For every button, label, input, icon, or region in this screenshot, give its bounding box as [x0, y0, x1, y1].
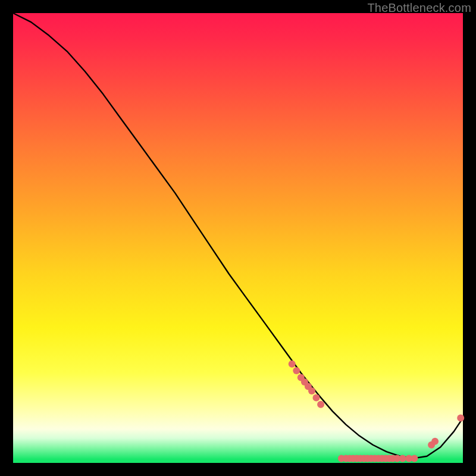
chart-stage: TheBottleneck.com [0, 0, 476, 476]
data-point [431, 438, 439, 445]
curve-layer [13, 13, 463, 463]
data-point [411, 455, 418, 462]
bottleneck-curve-path [13, 13, 463, 458]
data-point [317, 401, 324, 408]
plot-area [13, 13, 463, 463]
data-point [308, 387, 315, 394]
data-point [457, 414, 464, 421]
data-point [399, 455, 406, 462]
data-point [289, 361, 296, 368]
data-point [293, 367, 300, 374]
data-point [313, 394, 320, 401]
